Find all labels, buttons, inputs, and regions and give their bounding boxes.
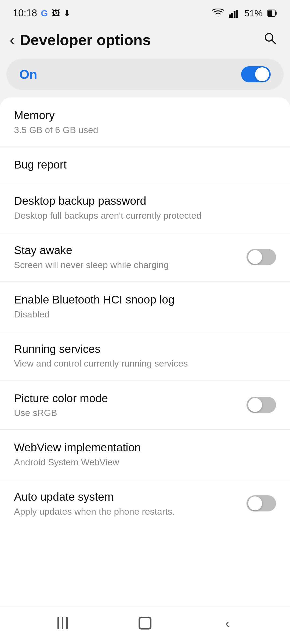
status-left: 10:18 G 🖼 ⬇ <box>13 8 70 19</box>
settings-item-webview-implementation[interactable]: WebView implementation Android System We… <box>0 430 290 479</box>
developer-options-toggle[interactable] <box>241 66 271 82</box>
item-title-running-services: Running services <box>14 342 276 357</box>
developer-options-toggle-row[interactable]: On <box>6 59 284 90</box>
item-title-memory: Memory <box>14 108 276 123</box>
signal-icon <box>229 9 240 18</box>
item-text-picture-color-mode: Picture color mode Use sRGB <box>14 391 238 419</box>
time: 10:18 <box>13 8 37 19</box>
svg-rect-2 <box>234 11 235 18</box>
svg-rect-5 <box>275 12 277 15</box>
item-title-webview-implementation: WebView implementation <box>14 440 276 455</box>
item-text-memory: Memory 3.5 GB of 6 GB used <box>14 108 276 136</box>
settings-item-desktop-backup-password[interactable]: Desktop backup password Desktop full bac… <box>0 183 290 232</box>
header: ‹ Developer options <box>0 23 290 57</box>
toggle-on-label: On <box>19 67 37 82</box>
nav-bar: ‹ <box>0 606 290 644</box>
back-nav-icon: ‹ <box>225 616 230 631</box>
svg-rect-0 <box>229 14 231 18</box>
item-subtitle-bluetooth-hci: Disabled <box>14 308 276 320</box>
settings-item-stay-awake[interactable]: Stay awake Screen will never sleep while… <box>0 232 290 282</box>
item-title-stay-awake: Stay awake <box>14 243 238 258</box>
download-icon: ⬇ <box>64 9 70 18</box>
home-button[interactable] <box>134 615 156 631</box>
battery-percent: 51% <box>244 8 263 19</box>
settings-item-bluetooth-hci[interactable]: Enable Bluetooth HCI snoop log Disabled <box>0 282 290 331</box>
item-text-webview-implementation: WebView implementation Android System We… <box>14 440 276 468</box>
settings-item-picture-color-mode[interactable]: Picture color mode Use sRGB <box>0 380 290 430</box>
item-text-desktop-backup-password: Desktop backup password Desktop full bac… <box>14 194 276 221</box>
status-right: 51% <box>212 8 277 19</box>
item-title-bug-report: Bug report <box>14 158 276 172</box>
stay-awake-toggle-container <box>247 249 276 265</box>
item-subtitle-webview-implementation: Android System WebView <box>14 456 276 468</box>
header-left: ‹ Developer options <box>10 31 151 49</box>
svg-rect-1 <box>231 13 233 18</box>
page-title: Developer options <box>20 31 151 49</box>
google-icon: G <box>41 8 48 19</box>
search-button[interactable] <box>263 31 277 49</box>
back-button[interactable]: ‹ <box>10 33 14 47</box>
back-nav-button[interactable]: ‹ <box>217 615 238 631</box>
svg-line-8 <box>272 40 276 44</box>
picture-color-mode-toggle[interactable] <box>247 397 276 413</box>
item-text-stay-awake: Stay awake Screen will never sleep while… <box>14 243 238 271</box>
item-text-bluetooth-hci: Enable Bluetooth HCI snoop log Disabled <box>14 292 276 320</box>
item-title-desktop-backup-password: Desktop backup password <box>14 194 276 208</box>
item-subtitle-stay-awake: Screen will never sleep while charging <box>14 259 238 271</box>
item-subtitle-running-services: View and control currently running servi… <box>14 357 276 369</box>
settings-item-memory[interactable]: Memory 3.5 GB of 6 GB used <box>0 97 290 147</box>
item-title-bluetooth-hci: Enable Bluetooth HCI snoop log <box>14 292 276 307</box>
item-text-bug-report: Bug report <box>14 158 276 172</box>
auto-update-system-toggle-container <box>247 495 276 511</box>
settings-item-auto-update-system[interactable]: Auto update system Apply updates when th… <box>0 479 290 528</box>
auto-update-system-toggle[interactable] <box>247 495 276 511</box>
settings-item-bug-report[interactable]: Bug report <box>0 147 290 183</box>
item-subtitle-desktop-backup-password: Desktop full backups aren't currently pr… <box>14 210 276 221</box>
home-icon <box>139 617 151 630</box>
photos-icon: 🖼 <box>52 9 60 18</box>
svg-rect-3 <box>236 10 238 18</box>
item-title-auto-update-system: Auto update system <box>14 490 238 504</box>
item-title-picture-color-mode: Picture color mode <box>14 391 238 406</box>
wifi-icon <box>212 9 224 18</box>
item-subtitle-auto-update-system: Apply updates when the phone restarts. <box>14 506 238 517</box>
item-subtitle-picture-color-mode: Use sRGB <box>14 407 238 419</box>
item-text-running-services: Running services View and control curren… <box>14 342 276 369</box>
battery-icon <box>267 9 277 18</box>
status-bar: 10:18 G 🖼 ⬇ 51% <box>0 0 290 23</box>
svg-rect-6 <box>268 10 272 16</box>
item-subtitle-memory: 3.5 GB of 6 GB used <box>14 124 276 136</box>
settings-item-running-services[interactable]: Running services View and control curren… <box>0 331 290 380</box>
settings-list: Memory 3.5 GB of 6 GB used Bug report De… <box>0 97 290 606</box>
recents-icon <box>57 617 68 629</box>
item-text-auto-update-system: Auto update system Apply updates when th… <box>14 490 238 517</box>
picture-color-mode-toggle-container <box>247 397 276 413</box>
stay-awake-toggle[interactable] <box>247 249 276 265</box>
recents-button[interactable] <box>52 615 73 631</box>
